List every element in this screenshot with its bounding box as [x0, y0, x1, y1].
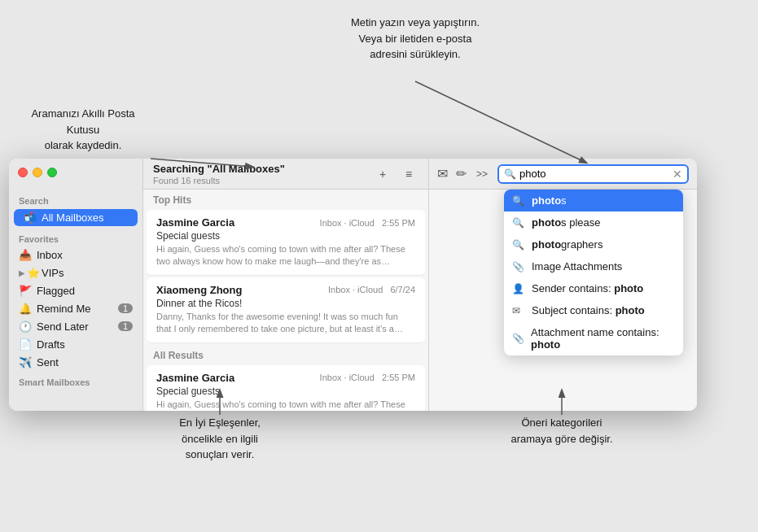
- found-label: Found 16 results: [153, 176, 366, 185]
- message-meta: Inbox · iCloud 2:55 PM: [320, 373, 415, 382]
- search-suggestion-icon: 🔍: [512, 239, 525, 251]
- message-meta: Inbox · iCloud 6/7/24: [328, 285, 415, 294]
- send-later-icon: 🕐: [19, 320, 32, 333]
- autocomplete-text: Sender contains: photo: [532, 282, 643, 294]
- inbox-label: Inbox: [37, 249, 63, 261]
- search-suggestion-icon: 🔍: [512, 195, 525, 207]
- sidebar-item-vips[interactable]: ▶ ⭐ VIPs: [9, 264, 142, 281]
- annotation-left-text: Aramanızı Akıllı Posta Kutusu olarak kay…: [31, 107, 134, 151]
- annotation-left: Aramanızı Akıllı Posta Kutusu olarak kay…: [18, 106, 148, 154]
- mailboxes-icon: 📬: [24, 211, 37, 224]
- message-preview: Hi again, Guess who's coming to town wit…: [156, 399, 415, 411]
- vips-label: VIPs: [42, 267, 64, 279]
- clear-search-button[interactable]: ✕: [673, 168, 682, 181]
- inbox-icon: 📥: [19, 248, 32, 261]
- main-toolbar: Searching "All Mailboxes" Found 16 resul…: [143, 159, 428, 190]
- search-box: 🔍 ✕: [497, 164, 689, 184]
- autocomplete-item-sender-contains[interactable]: 👤 Sender contains: photo: [504, 277, 683, 299]
- autocomplete-text: photos please: [532, 216, 601, 229]
- maximize-button[interactable]: [47, 168, 57, 177]
- annotation-bottom-left-text: En İyi Eşleşenler, öncelikle en ilgili s…: [179, 416, 261, 460]
- sent-label: Sent: [37, 356, 59, 368]
- main-content: Searching "All Mailboxes" Found 16 resul…: [143, 159, 428, 411]
- table-row[interactable]: Jasmine Garcia Inbox · iCloud 2:55 PM Sp…: [147, 210, 425, 276]
- svg-line-0: [415, 81, 586, 163]
- traffic-lights: [18, 168, 57, 177]
- favorites-label: Favorites: [9, 228, 142, 246]
- top-hits-header: Top Hits: [143, 190, 428, 208]
- autocomplete-text: photographers: [532, 238, 602, 251]
- table-row[interactable]: Xiaomeng Zhong Inbox · iCloud 6/7/24 Din…: [147, 277, 425, 343]
- search-icon: 🔍: [504, 168, 516, 180]
- sidebar-item-flagged[interactable]: 🚩 Flagged: [9, 281, 142, 299]
- remind-me-label: Remind Me: [37, 303, 90, 315]
- sidebar: Search 📬 All Mailboxes Favorites 📥 Inbox…: [9, 159, 143, 411]
- right-toolbar: ✉ ✏ >> 🔍 ✕: [429, 159, 697, 190]
- envelope-icon[interactable]: ✉: [437, 166, 448, 181]
- autocomplete-item-photos[interactable]: 🔍 photos: [504, 190, 683, 211]
- right-toolbar-icons: ✉ ✏: [437, 166, 467, 181]
- all-mailboxes-label: All Mailboxes: [42, 211, 104, 224]
- message-subject: Dinner at the Ricos!: [156, 298, 415, 309]
- more-icon[interactable]: >>: [473, 168, 491, 180]
- sidebar-search-label: Search: [9, 191, 142, 207]
- all-results-header: All Results: [143, 345, 428, 364]
- autocomplete-text: Image Attachments: [532, 260, 622, 273]
- sender-name: Xiaomeng Zhong: [156, 284, 242, 296]
- autocomplete-text: photos: [532, 194, 567, 207]
- sidebar-item-sent[interactable]: ✈️ Sent: [9, 353, 142, 371]
- searching-label: Searching "All Mailboxes": [153, 163, 366, 175]
- vips-icon: ⭐: [27, 266, 40, 279]
- search-input[interactable]: [519, 168, 669, 180]
- add-button[interactable]: +: [373, 164, 392, 184]
- vips-chevron: ▶: [19, 268, 25, 277]
- autocomplete-text: Attachment name contains: photo: [531, 326, 675, 351]
- compose-icon[interactable]: ✏: [456, 166, 467, 181]
- close-button[interactable]: [18, 168, 28, 177]
- message-subject: Special guests: [156, 386, 415, 397]
- table-row[interactable]: Jasmine Garcia Inbox · iCloud 2:55 PM Sp…: [147, 365, 425, 411]
- autocomplete-item-image-attachments[interactable]: 📎 Image Attachments: [504, 255, 683, 277]
- annotation-bottom-left: En İyi Eşleşenler, öncelikle en ilgili s…: [138, 415, 301, 463]
- sidebar-item-all-mailboxes[interactable]: 📬 All Mailboxes: [14, 209, 138, 226]
- filter-button[interactable]: ≡: [399, 164, 418, 184]
- autocomplete-item-subject-contains[interactable]: ✉ Subject contains: photo: [504, 299, 683, 321]
- sent-icon: ✈️: [19, 355, 32, 368]
- attachment-icon: 📎: [512, 261, 525, 273]
- message-list: Top Hits Jasmine Garcia Inbox · iCloud 2…: [143, 190, 428, 411]
- sender-icon: 👤: [512, 283, 525, 294]
- smart-mailboxes-label: Smart Mailboxes: [9, 371, 142, 389]
- annotation-top: Metin yazın veya yapıştırın. Veya bir il…: [318, 15, 513, 63]
- minimize-button[interactable]: [33, 168, 42, 177]
- sidebar-item-inbox[interactable]: 📥 Inbox: [9, 246, 142, 264]
- sidebar-item-send-later[interactable]: 🕐 Send Later 1: [9, 317, 142, 335]
- search-suggestion-icon: 🔍: [512, 217, 525, 229]
- sidebar-item-drafts[interactable]: 📄 Drafts: [9, 335, 142, 353]
- sender-name: Jasmine Garcia: [156, 216, 234, 229]
- autocomplete-dropdown: 🔍 photos 🔍 photos please 🔍 photographers…: [504, 190, 683, 355]
- annotation-top-text: Metin yazın veya yapıştırın. Veya bir il…: [351, 16, 480, 60]
- flagged-label: Flagged: [37, 285, 75, 297]
- message-meta: Inbox · iCloud 2:55 PM: [320, 218, 415, 228]
- message-preview: Hi again, Guess who's coming to town wit…: [156, 243, 415, 268]
- autocomplete-item-attachment-name[interactable]: 📎 Attachment name contains: photo: [504, 321, 683, 355]
- drafts-icon: 📄: [19, 338, 32, 351]
- drafts-label: Drafts: [37, 338, 65, 351]
- annotation-bottom-right-text: Öneri kategorileri aramaya göre değişir.: [510, 416, 612, 445]
- message-preview: Danny, Thanks for the awesome evening! I…: [156, 311, 415, 336]
- remind-me-icon: 🔔: [19, 302, 32, 315]
- autocomplete-item-photographers[interactable]: 🔍 photographers: [504, 233, 683, 255]
- sidebar-item-remind-me[interactable]: 🔔 Remind Me 1: [9, 299, 142, 317]
- message-subject: Special guests: [156, 230, 415, 242]
- annotation-bottom-right: Öneri kategorileri aramaya göre değişir.: [480, 415, 643, 447]
- remind-me-badge: 1: [118, 303, 133, 313]
- autocomplete-item-photos-please[interactable]: 🔍 photos please: [504, 211, 683, 233]
- send-later-label: Send Later: [37, 321, 89, 333]
- sender-name: Jasmine Garcia: [156, 372, 234, 384]
- subject-icon: ✉: [512, 305, 525, 316]
- send-later-badge: 1: [118, 321, 133, 331]
- attachment-name-icon: 📎: [512, 333, 524, 344]
- flagged-icon: 🚩: [19, 284, 32, 297]
- autocomplete-text: Subject contains: photo: [532, 304, 645, 316]
